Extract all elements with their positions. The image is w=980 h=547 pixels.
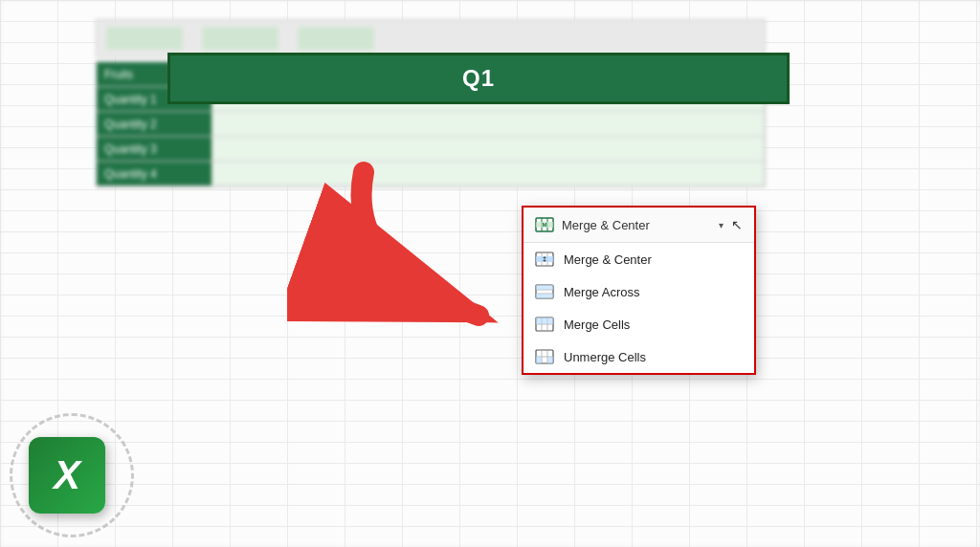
row-cell bbox=[212, 112, 765, 136]
svg-rect-22 bbox=[536, 317, 553, 324]
merge-center-button[interactable]: M Merge & Center ▾ ↖ bbox=[523, 208, 754, 243]
sheet-row: Quantity 3 bbox=[97, 137, 765, 162]
cell-reference-label: Q1 bbox=[462, 65, 495, 91]
row-cell bbox=[212, 137, 765, 161]
merge-across-icon bbox=[535, 282, 554, 301]
name-box: Q1 bbox=[167, 53, 790, 104]
merge-center-label: Merge & Center bbox=[564, 252, 652, 267]
svg-rect-27 bbox=[536, 357, 542, 363]
svg-text:M: M bbox=[543, 222, 547, 228]
row-header: Quantity 4 bbox=[97, 162, 212, 186]
excel-logo: X bbox=[29, 437, 105, 514]
toolbar-item-1 bbox=[106, 27, 183, 50]
dropdown-item-merge-across[interactable]: Merge Across bbox=[523, 275, 754, 308]
row-header: Quantity 2 bbox=[97, 112, 212, 136]
cursor-icon: ↖ bbox=[731, 217, 743, 232]
toolbar-item-2 bbox=[202, 27, 278, 50]
merge-center-header-label: Merge & Center bbox=[562, 218, 711, 232]
sheet-row: Quantity 2 bbox=[97, 112, 765, 137]
unmerge-cells-icon bbox=[535, 347, 554, 366]
merge-center-header-icon: M bbox=[535, 215, 554, 234]
dropdown-item-merge-cells[interactable]: Merge Cells bbox=[523, 308, 754, 340]
merge-across-label: Merge Across bbox=[564, 285, 639, 299]
sheet-row: Quantity 4 bbox=[97, 162, 765, 186]
dropdown-item-merge-center[interactable]: Merge & Center bbox=[523, 243, 754, 275]
toolbar-item-3 bbox=[298, 27, 374, 50]
unmerge-cells-label: Unmerge Cells bbox=[564, 350, 646, 364]
merge-dropdown-panel: M Merge & Center ▾ ↖ Merge & Center Merg… bbox=[522, 206, 756, 375]
sheet-toolbar bbox=[96, 19, 766, 57]
merge-cells-label: Merge Cells bbox=[564, 317, 630, 332]
dropdown-item-unmerge-cells[interactable]: Unmerge Cells bbox=[523, 340, 754, 373]
svg-rect-17 bbox=[536, 294, 553, 298]
row-header: Quantity 3 bbox=[97, 137, 212, 161]
dropdown-arrow-icon: ▾ bbox=[719, 220, 724, 230]
name-box-area: Q1 bbox=[167, 53, 790, 104]
excel-logo-letter: X bbox=[54, 452, 80, 498]
merge-cells-icon bbox=[535, 315, 554, 334]
svg-rect-28 bbox=[547, 357, 553, 363]
svg-rect-16 bbox=[536, 285, 553, 290]
merge-center-icon bbox=[535, 250, 554, 269]
row-cell bbox=[212, 162, 765, 186]
